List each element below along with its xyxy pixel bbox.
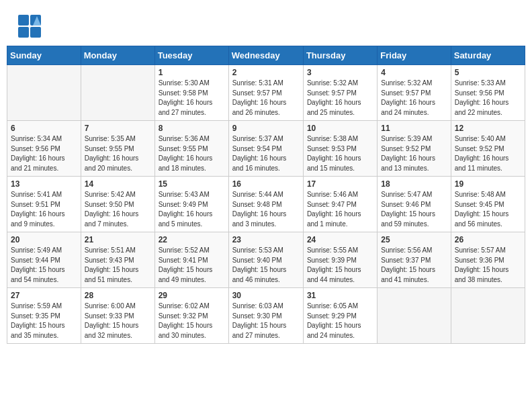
day-info: Sunrise: 5:39 AM Sunset: 9:52 PM Dayligh…: [381, 134, 447, 173]
day-number: 8: [159, 124, 225, 133]
day-number: 18: [381, 179, 447, 189]
day-number: 20: [11, 235, 77, 244]
day-number: 19: [455, 179, 521, 189]
day-number: 9: [232, 124, 300, 133]
day-number: 17: [307, 179, 373, 189]
calendar-cell: 17Sunrise: 5:46 AM Sunset: 9:47 PM Dayli…: [303, 177, 377, 232]
day-info: Sunrise: 5:30 AM Sunset: 9:58 PM Dayligh…: [159, 79, 225, 118]
day-info: Sunrise: 5:38 AM Sunset: 9:53 PM Dayligh…: [307, 134, 373, 173]
svg-rect-2: [18, 27, 29, 38]
svg-rect-3: [30, 27, 41, 38]
day-info: Sunrise: 5:46 AM Sunset: 9:47 PM Dayligh…: [307, 190, 373, 229]
day-info: Sunrise: 5:51 AM Sunset: 9:43 PM Dayligh…: [85, 246, 151, 285]
calendar-cell: [378, 288, 451, 344]
day-number: 30: [232, 291, 300, 300]
day-number: 15: [159, 179, 225, 189]
weekday-header-friday: Friday: [378, 46, 451, 65]
calendar-cell: 6Sunrise: 5:34 AM Sunset: 9:56 PM Daylig…: [7, 121, 81, 177]
day-number: 28: [85, 291, 151, 300]
day-info: Sunrise: 5:35 AM Sunset: 9:55 PM Dayligh…: [85, 134, 151, 173]
calendar-cell: [81, 65, 154, 121]
calendar-week-row: 27Sunrise: 5:59 AM Sunset: 9:35 PM Dayli…: [7, 288, 525, 344]
day-info: Sunrise: 5:56 AM Sunset: 9:37 PM Dayligh…: [381, 246, 447, 285]
calendar-cell: 23Sunrise: 5:53 AM Sunset: 9:40 PM Dayli…: [228, 232, 303, 288]
calendar-cell: 26Sunrise: 5:57 AM Sunset: 9:36 PM Dayli…: [451, 232, 525, 288]
calendar-cell: 21Sunrise: 5:51 AM Sunset: 9:43 PM Dayli…: [81, 232, 154, 288]
day-number: 2: [232, 68, 300, 77]
day-info: Sunrise: 5:49 AM Sunset: 9:44 PM Dayligh…: [11, 246, 77, 285]
day-number: 4: [381, 68, 447, 77]
calendar-cell: 30Sunrise: 6:03 AM Sunset: 9:30 PM Dayli…: [228, 288, 303, 344]
day-info: Sunrise: 5:53 AM Sunset: 9:40 PM Dayligh…: [232, 246, 300, 285]
day-number: 5: [455, 68, 521, 77]
calendar-cell: 18Sunrise: 5:47 AM Sunset: 9:46 PM Dayli…: [378, 177, 451, 232]
day-info: Sunrise: 5:52 AM Sunset: 9:41 PM Dayligh…: [159, 246, 225, 285]
day-info: Sunrise: 5:32 AM Sunset: 9:57 PM Dayligh…: [381, 79, 447, 118]
day-number: 13: [11, 179, 77, 189]
day-info: Sunrise: 6:05 AM Sunset: 9:29 PM Dayligh…: [307, 302, 373, 340]
day-number: 23: [232, 235, 300, 244]
calendar-cell: 29Sunrise: 6:02 AM Sunset: 9:32 PM Dayli…: [154, 288, 228, 344]
weekday-header-saturday: Saturday: [451, 46, 525, 65]
day-info: Sunrise: 6:00 AM Sunset: 9:33 PM Dayligh…: [85, 302, 151, 340]
weekday-header-sunday: Sunday: [7, 46, 81, 65]
day-info: Sunrise: 5:31 AM Sunset: 9:57 PM Dayligh…: [232, 79, 300, 118]
weekday-header-monday: Monday: [81, 46, 154, 65]
logo: [17, 13, 45, 39]
day-info: Sunrise: 5:41 AM Sunset: 9:51 PM Dayligh…: [11, 190, 77, 229]
calendar-cell: 14Sunrise: 5:42 AM Sunset: 9:50 PM Dayli…: [81, 177, 154, 232]
day-number: 1: [159, 68, 225, 77]
day-number: 31: [307, 291, 373, 300]
calendar-week-row: 1Sunrise: 5:30 AM Sunset: 9:58 PM Daylig…: [7, 65, 525, 121]
day-info: Sunrise: 5:33 AM Sunset: 9:56 PM Dayligh…: [455, 79, 521, 118]
day-number: 26: [455, 235, 521, 244]
calendar-cell: [451, 288, 525, 344]
calendar-cell: 20Sunrise: 5:49 AM Sunset: 9:44 PM Dayli…: [7, 232, 81, 288]
day-number: 21: [85, 235, 151, 244]
day-number: 27: [11, 291, 77, 300]
day-number: 25: [381, 235, 447, 244]
day-info: Sunrise: 6:03 AM Sunset: 9:30 PM Dayligh…: [232, 302, 300, 340]
day-number: 11: [381, 124, 447, 133]
calendar-week-row: 6Sunrise: 5:34 AM Sunset: 9:56 PM Daylig…: [7, 121, 525, 177]
day-info: Sunrise: 5:42 AM Sunset: 9:50 PM Dayligh…: [85, 190, 151, 229]
calendar-table: SundayMondayTuesdayWednesdayThursdayFrid…: [7, 46, 525, 344]
calendar-cell: 27Sunrise: 5:59 AM Sunset: 9:35 PM Dayli…: [7, 288, 81, 344]
day-number: 3: [307, 68, 373, 77]
calendar-cell: 15Sunrise: 5:43 AM Sunset: 9:49 PM Dayli…: [154, 177, 228, 232]
day-info: Sunrise: 5:40 AM Sunset: 9:52 PM Dayligh…: [455, 134, 521, 173]
day-info: Sunrise: 5:44 AM Sunset: 9:48 PM Dayligh…: [232, 190, 300, 229]
calendar-cell: 19Sunrise: 5:48 AM Sunset: 9:45 PM Dayli…: [451, 177, 525, 232]
calendar-cell: [7, 65, 81, 121]
day-info: Sunrise: 5:36 AM Sunset: 9:55 PM Dayligh…: [159, 134, 225, 173]
calendar-cell: 2Sunrise: 5:31 AM Sunset: 9:57 PM Daylig…: [228, 65, 303, 121]
day-number: 22: [159, 235, 225, 244]
calendar-week-row: 13Sunrise: 5:41 AM Sunset: 9:51 PM Dayli…: [7, 177, 525, 232]
svg-rect-0: [18, 15, 29, 26]
day-info: Sunrise: 5:59 AM Sunset: 9:35 PM Dayligh…: [11, 302, 77, 340]
day-info: Sunrise: 5:55 AM Sunset: 9:39 PM Dayligh…: [307, 246, 373, 285]
day-number: 12: [455, 124, 521, 133]
day-number: 14: [85, 179, 151, 189]
calendar-cell: 3Sunrise: 5:32 AM Sunset: 9:57 PM Daylig…: [303, 65, 377, 121]
day-info: Sunrise: 5:34 AM Sunset: 9:56 PM Dayligh…: [11, 134, 77, 173]
calendar-cell: 7Sunrise: 5:35 AM Sunset: 9:55 PM Daylig…: [81, 121, 154, 177]
calendar-cell: 8Sunrise: 5:36 AM Sunset: 9:55 PM Daylig…: [154, 121, 228, 177]
day-info: Sunrise: 5:43 AM Sunset: 9:49 PM Dayligh…: [159, 190, 225, 229]
day-info: Sunrise: 5:57 AM Sunset: 9:36 PM Dayligh…: [455, 246, 521, 285]
weekday-header-tuesday: Tuesday: [154, 46, 228, 65]
day-number: 24: [307, 235, 373, 244]
calendar-cell: 11Sunrise: 5:39 AM Sunset: 9:52 PM Dayli…: [378, 121, 451, 177]
calendar-cell: 13Sunrise: 5:41 AM Sunset: 9:51 PM Dayli…: [7, 177, 81, 232]
calendar-week-row: 20Sunrise: 5:49 AM Sunset: 9:44 PM Dayli…: [7, 232, 525, 288]
day-info: Sunrise: 6:02 AM Sunset: 9:32 PM Dayligh…: [159, 302, 225, 340]
calendar-cell: 5Sunrise: 5:33 AM Sunset: 9:56 PM Daylig…: [451, 65, 525, 121]
calendar-cell: 10Sunrise: 5:38 AM Sunset: 9:53 PM Dayli…: [303, 121, 377, 177]
day-number: 7: [85, 124, 151, 133]
calendar-cell: 1Sunrise: 5:30 AM Sunset: 9:58 PM Daylig…: [154, 65, 228, 121]
day-info: Sunrise: 5:47 AM Sunset: 9:46 PM Dayligh…: [381, 190, 447, 229]
calendar-cell: 25Sunrise: 5:56 AM Sunset: 9:37 PM Dayli…: [378, 232, 451, 288]
day-number: 16: [232, 179, 300, 189]
calendar-cell: 22Sunrise: 5:52 AM Sunset: 9:41 PM Dayli…: [154, 232, 228, 288]
calendar-cell: 9Sunrise: 5:37 AM Sunset: 9:54 PM Daylig…: [228, 121, 303, 177]
